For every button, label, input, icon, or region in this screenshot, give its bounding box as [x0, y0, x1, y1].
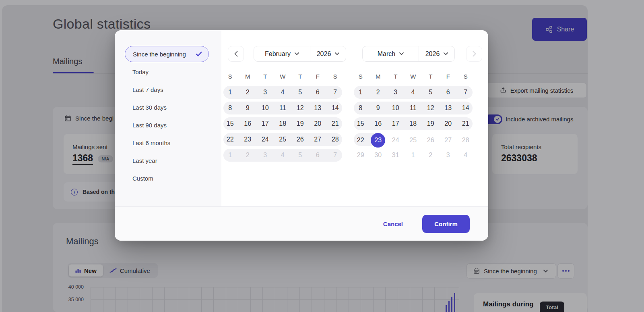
day-cell-5[interactable]: 5	[422, 86, 440, 99]
day-cell-27[interactable]: 27	[309, 133, 327, 146]
preset-label: Last 6 months	[132, 139, 170, 146]
day-cell-16[interactable]: 16	[239, 117, 257, 130]
day-cell-31: 31	[387, 149, 405, 162]
day-cell-4[interactable]: 4	[405, 86, 422, 99]
day-cell-25[interactable]: 25	[274, 133, 292, 146]
day-cell-28: 28	[457, 133, 475, 148]
cancel-button[interactable]: Cancel	[383, 220, 403, 227]
preset-today[interactable]: Today	[125, 64, 209, 80]
day-of-week-label: S	[352, 70, 369, 82]
day-cell-10[interactable]: 10	[256, 102, 274, 114]
day-cell-24[interactable]: 24	[256, 133, 274, 146]
day-cell-26[interactable]: 26	[291, 133, 309, 146]
preset-label: Last 30 days	[132, 104, 167, 111]
day-cell-21[interactable]: 21	[326, 117, 344, 130]
calendar-week-row: 891011121314	[352, 102, 475, 114]
calendar-week-row: 2930311234	[352, 149, 475, 162]
day-cell-1: 1	[405, 149, 422, 162]
calendar-week-row: 15161718192021	[352, 117, 475, 130]
check-icon	[196, 51, 202, 57]
day-cell-15[interactable]: 15	[352, 117, 369, 130]
day-cell-3[interactable]: 3	[387, 86, 405, 99]
month-select-left-value: February	[265, 50, 291, 58]
day-cell-19[interactable]: 19	[422, 117, 440, 130]
day-cell-10[interactable]: 10	[387, 102, 405, 114]
day-cell-2[interactable]: 2	[239, 86, 257, 99]
day-cell-30: 30	[369, 149, 387, 162]
day-cell-17[interactable]: 17	[387, 117, 405, 130]
preset-label: Last 7 days	[132, 86, 163, 93]
day-cell-23[interactable]: 23	[369, 133, 387, 148]
calendar-week-row: 22232425262728	[352, 133, 475, 146]
day-cell-22[interactable]: 22	[221, 133, 239, 146]
day-cell-17[interactable]: 17	[256, 117, 274, 130]
day-cell-12[interactable]: 12	[422, 102, 440, 114]
year-select-right-value: 2026	[425, 50, 440, 58]
day-cell-15[interactable]: 15	[221, 117, 239, 130]
day-cell-6[interactable]: 6	[440, 86, 457, 99]
calendar-week-row: 15161718192021	[221, 117, 344, 130]
day-cell-7: 7	[326, 149, 344, 162]
day-cell-19[interactable]: 19	[291, 117, 309, 130]
day-cell-12[interactable]: 12	[291, 102, 309, 114]
calendar-week-row: 1234567	[221, 149, 344, 162]
day-of-week-label: F	[309, 70, 327, 82]
day-rows: 1234567891011121314151617181920212223242…	[352, 86, 475, 164]
preset-label: Custom	[132, 175, 153, 182]
day-cell-20[interactable]: 20	[309, 117, 327, 130]
dow-row: SMTWTFS	[352, 70, 475, 82]
preset-last-6-months[interactable]: Last 6 months	[125, 135, 209, 151]
day-cell-20[interactable]: 20	[440, 117, 457, 130]
day-cell-1[interactable]: 1	[352, 86, 369, 99]
day-cell-9[interactable]: 9	[369, 102, 387, 114]
day-of-week-label: S	[457, 70, 475, 82]
modal-footer: Cancel Confirm	[115, 206, 488, 241]
day-of-week-label: W	[274, 70, 292, 82]
selected-day[interactable]: 23	[371, 133, 385, 148]
day-cell-14[interactable]: 14	[326, 102, 344, 114]
modal-sidebar: Since the beginningTodayLast 7 daysLast …	[115, 30, 221, 206]
day-cell-8[interactable]: 8	[221, 102, 239, 114]
day-cell-9[interactable]: 9	[239, 102, 257, 114]
day-of-week-label: T	[291, 70, 309, 82]
day-cell-22[interactable]: 22	[352, 133, 369, 148]
month-select-right[interactable]: March	[363, 46, 419, 61]
day-cell-8[interactable]: 8	[352, 102, 369, 114]
day-cell-18[interactable]: 18	[274, 117, 292, 130]
day-cell-2[interactable]: 2	[369, 86, 387, 99]
day-cell-13[interactable]: 13	[309, 102, 327, 114]
preset-last-30-days[interactable]: Last 30 days	[125, 99, 209, 115]
day-cell-11[interactable]: 11	[405, 102, 422, 114]
preset-custom[interactable]: Custom	[125, 170, 209, 186]
day-cell-3: 3	[256, 149, 274, 162]
confirm-button[interactable]: Confirm	[422, 215, 470, 233]
year-select-right[interactable]: 2026	[419, 46, 454, 61]
year-select-left[interactable]: 2026	[310, 46, 346, 61]
day-cell-16[interactable]: 16	[369, 117, 387, 130]
preset-since-the-beginning[interactable]: Since the beginning	[125, 46, 209, 62]
day-cell-14[interactable]: 14	[457, 102, 475, 114]
day-of-week-label: M	[239, 70, 257, 82]
day-cell-23[interactable]: 23	[239, 133, 257, 146]
month-select-left[interactable]: February	[254, 46, 310, 61]
preset-last-7-days[interactable]: Last 7 days	[125, 81, 209, 98]
day-cell-6[interactable]: 6	[309, 86, 327, 99]
day-cell-7[interactable]: 7	[326, 86, 344, 99]
day-cell-4[interactable]: 4	[274, 86, 292, 99]
prev-month-button[interactable]	[228, 46, 244, 62]
day-cell-11[interactable]: 11	[274, 102, 292, 114]
day-cell-2: 2	[239, 149, 257, 162]
preset-last-year[interactable]: Last year	[125, 152, 209, 168]
day-cell-5[interactable]: 5	[291, 86, 309, 99]
day-cell-18[interactable]: 18	[405, 117, 422, 130]
day-cell-21[interactable]: 21	[457, 117, 475, 130]
day-cell-1: 1	[221, 149, 239, 162]
preset-last-90-days[interactable]: Last 90 days	[125, 117, 209, 133]
day-cell-3[interactable]: 3	[256, 86, 274, 99]
day-cell-6: 6	[309, 149, 327, 162]
day-cell-7[interactable]: 7	[457, 86, 475, 99]
day-cell-28[interactable]: 28	[326, 133, 344, 146]
day-cell-13[interactable]: 13	[440, 102, 457, 114]
day-cell-1[interactable]: 1	[221, 86, 239, 99]
year-select-left-value: 2026	[317, 50, 331, 58]
